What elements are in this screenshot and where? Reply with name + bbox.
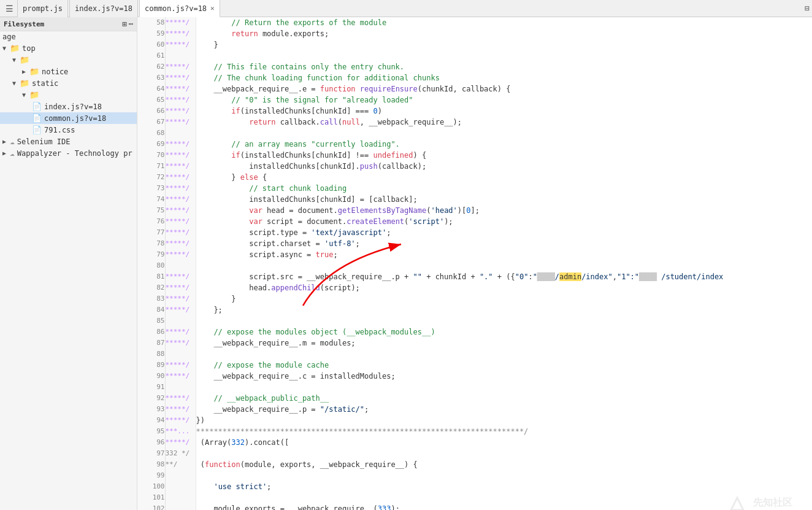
tab-bar-left: ☰ prompt.js index.js?v=18 common.js?v=18… [2, 0, 220, 17]
line-code-77: script.type = 'text/javascript'; [196, 227, 812, 238]
line-mark-60: *****/ [165, 39, 196, 50]
sidebar-item-commonjs-label: common.js?v=18 [44, 114, 106, 123]
line-num-60: 60 [137, 39, 165, 50]
code-line-88: 88 [137, 349, 812, 360]
code-line-86: 86 *****/ // expose the modules object (… [137, 326, 812, 338]
code-area[interactable]: 58 *****/ // Return the exports of the m… [137, 17, 812, 510]
line-code-63: // The chunk loading function for additi… [196, 72, 812, 83]
line-mark-73: *****/ [165, 183, 196, 194]
sidebar-item-parent2[interactable]: ▼ 📁 [0, 89, 137, 101]
code-line-80: 80 [137, 260, 812, 271]
line-mark-88 [165, 349, 196, 360]
line-mark-66: *****/ [165, 106, 196, 117]
expand-arrow-wappalyzer: ▶ [2, 150, 10, 156]
line-num-99: 99 [137, 470, 165, 481]
sidebar-item-top[interactable]: ▼ 📁 top [0, 42, 137, 54]
line-code-74: installedChunks[chunkId] = [callback]; [196, 194, 812, 205]
line-mark-61 [165, 50, 196, 61]
code-line-79: 79 *****/ script.async = true; [137, 249, 812, 260]
code-line-66: 66 *****/ if(installedChunks[chunkId] ==… [137, 106, 812, 117]
line-mark-89: *****/ [165, 360, 196, 371]
sidebar-item-static[interactable]: ▼ 📁 static [0, 77, 137, 89]
file-icon-css: 📄 [32, 125, 42, 134]
sidebar-item-indexjs[interactable]: 📄 index.js?v=18 [0, 101, 137, 112]
panel-toggle-button[interactable]: ☰ [2, 2, 16, 15]
line-mark-67: *****/ [165, 117, 196, 128]
sidebar-title: Filesystem [4, 20, 44, 28]
line-num-69: 69 [137, 139, 165, 150]
tab-prompt[interactable]: prompt.js [17, 0, 68, 17]
code-line-94: 94 *****/ }) [137, 415, 812, 426]
line-num-72: 72 [137, 172, 165, 183]
sidebar-item-parent1[interactable]: ▼ 📁 [0, 54, 137, 66]
line-num-101: 101 [137, 492, 165, 503]
line-mark-86: *****/ [165, 326, 196, 338]
line-mark-99 [165, 470, 196, 481]
line-code-94: }) [196, 415, 812, 426]
line-mark-102 [165, 503, 196, 510]
sidebar-item-css[interactable]: 📄 791.css [0, 124, 137, 136]
line-mark-75: *****/ [165, 205, 196, 216]
line-code-99 [196, 470, 812, 481]
line-code-67: return callback.call(null, __webpack_req… [196, 117, 812, 128]
sidebar-item-wappalyzer[interactable]: ▶ ☁ Wappalyzer - Technology pr [0, 147, 137, 159]
line-mark-72: *****/ [165, 172, 196, 183]
line-code-72: } else { [196, 172, 812, 183]
line-code-96: (Array(332).concat([ [196, 437, 812, 448]
line-mark-101 [165, 492, 196, 503]
line-num-92: 92 [137, 393, 165, 404]
line-mark-69: *****/ [165, 139, 196, 150]
code-line-72: 72 *****/ } else { [137, 172, 812, 183]
code-line-101: 101 [137, 492, 812, 503]
expand-arrow-parent1: ▼ [12, 56, 20, 63]
code-line-96: 96 *****/ (Array(332).concat([ [137, 437, 812, 448]
line-code-97 [196, 448, 812, 459]
line-mark-62: *****/ [165, 61, 196, 72]
line-mark-63: *****/ [165, 72, 196, 83]
line-num-67: 67 [137, 117, 165, 128]
sidebar-icon-2[interactable]: ⋯ [129, 20, 133, 28]
line-code-87: __webpack_require__.m = modules; [196, 338, 812, 349]
line-code-68 [196, 128, 812, 139]
tab-index-label: index.js?v=18 [75, 4, 132, 13]
code-line-64: 64 *****/ __webpack_require__.e = functi… [137, 83, 812, 95]
sidebar-item-commonjs[interactable]: 📄 common.js?v=18 [0, 112, 137, 124]
line-mark-78: *****/ [165, 238, 196, 249]
sidebar-item-age[interactable]: age [0, 31, 137, 42]
sidebar-item-notice[interactable]: ▶ 📁 notice [0, 66, 137, 77]
line-num-59: 59 [137, 28, 165, 39]
line-num-100: 100 [137, 481, 165, 492]
line-num-63: 63 [137, 72, 165, 83]
line-code-84: }; [196, 304, 812, 315]
line-code-81: script.src = __webpack_require__.p + "" … [196, 271, 812, 282]
line-mark-80 [165, 260, 196, 271]
code-line-58: 58 *****/ // Return the exports of the m… [137, 17, 812, 28]
line-num-82: 82 [137, 282, 165, 293]
line-num-90: 90 [137, 371, 165, 382]
tab-common[interactable]: common.js?v=18 ✕ [139, 0, 220, 17]
sidebar-item-selenium[interactable]: ▶ ☁ Selenium IDE [0, 136, 137, 147]
code-line-74: 74 *****/ installedChunks[chunkId] = [ca… [137, 194, 812, 205]
line-code-100: 'use strict'; [196, 481, 812, 492]
sidebar-icon-1[interactable]: ⊞ [123, 20, 127, 28]
line-code-60: } [196, 39, 812, 50]
file-icon-indexjs: 📄 [32, 102, 42, 111]
line-mark-83: *****/ [165, 293, 196, 304]
code-line-89: 89 *****/ // expose the module cache [137, 360, 812, 371]
tab-common-close[interactable]: ✕ [210, 4, 215, 12]
line-code-70: if(installedChunks[chunkId] !== undefine… [196, 150, 812, 161]
code-line-83: 83 *****/ } [137, 293, 812, 304]
tab-index[interactable]: index.js?v=18 [69, 0, 138, 17]
code-table: 58 *****/ // Return the exports of the m… [137, 17, 812, 510]
code-line-100: 100 'use strict'; [137, 481, 812, 492]
annotation-container: 58 *****/ // Return the exports of the m… [137, 17, 812, 510]
line-mark-97: 332 */ [165, 448, 196, 459]
code-line-71: 71 *****/ installedChunks[chunkId].push(… [137, 161, 812, 172]
cloud-icon-wappalyzer: ☁ [10, 149, 15, 158]
line-code-86: // expose the modules object (__webpack_… [196, 326, 812, 338]
line-code-59: return module.exports; [196, 28, 812, 39]
code-line-98: 98 **/ (function(module, exports, __webp… [137, 459, 812, 470]
line-mark-70: *****/ [165, 150, 196, 161]
line-mark-82: *****/ [165, 282, 196, 293]
line-code-85 [196, 315, 812, 326]
